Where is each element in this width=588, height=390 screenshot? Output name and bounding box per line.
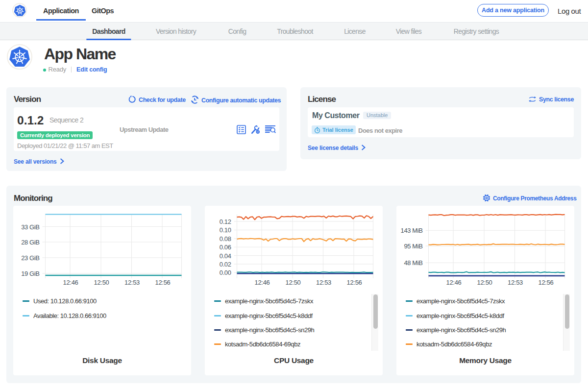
svg-text:0.06: 0.06 [220,244,231,251]
svg-text:0.08: 0.08 [220,235,231,243]
svg-text:12:50: 12:50 [285,279,300,286]
svg-text:0.00: 0.00 [220,269,231,276]
svg-text:12:53: 12:53 [316,279,331,286]
svg-text:12:53: 12:53 [124,279,140,286]
svg-text:28 GiB: 28 GiB [21,239,39,246]
svg-text:0.12: 0.12 [220,218,231,225]
svg-text:12:46: 12:46 [254,279,270,286]
svg-text:12:46: 12:46 [446,279,461,286]
svg-text:19 GiB: 19 GiB [21,270,39,277]
svg-text:12:56: 12:56 [346,279,362,286]
svg-text:143 MiB: 143 MiB [401,227,423,234]
svg-text:12:56: 12:56 [538,279,553,286]
svg-text:12:46: 12:46 [63,279,78,286]
svg-text:95 MiB: 95 MiB [404,243,422,250]
svg-text:12:50: 12:50 [477,279,492,286]
svg-text:12:53: 12:53 [508,279,523,286]
svg-text:0.10: 0.10 [220,226,231,234]
svg-text:0.02: 0.02 [220,261,231,268]
svg-text:12:50: 12:50 [94,279,109,286]
svg-text:48 MiB: 48 MiB [404,259,422,267]
svg-text:0.04: 0.04 [220,252,231,260]
svg-text:23 GiB: 23 GiB [21,254,39,262]
svg-text:12:56: 12:56 [155,279,170,286]
svg-text:33 GiB: 33 GiB [21,223,39,231]
